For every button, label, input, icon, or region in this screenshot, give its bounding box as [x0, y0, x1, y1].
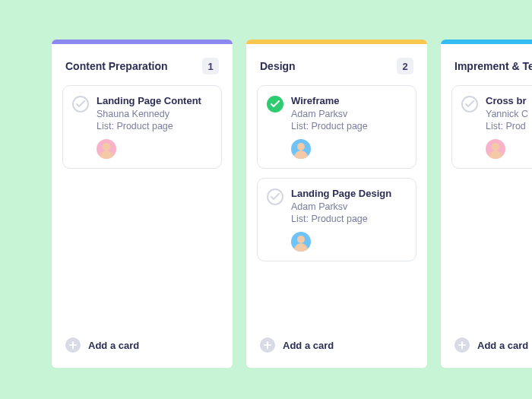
- plus-icon: [260, 337, 275, 353]
- column-header: Content Preparation 1: [52, 44, 233, 85]
- plus-icon: [454, 337, 470, 353]
- column-count-badge: 1: [202, 58, 219, 74]
- column-header: Imprement & Te: [441, 44, 532, 85]
- card-title: Wireframe: [291, 95, 407, 106]
- column-header: Design 2: [246, 44, 427, 85]
- card-list: Cross br Yannick C List: Prod: [441, 85, 532, 169]
- card-list: Landing Page Content Shauna Kennedy List…: [52, 85, 233, 169]
- add-card-label: Add a card: [477, 340, 528, 351]
- column-design: Design 2 Wireframe Adam Parksv List: Pro…: [246, 40, 427, 368]
- column-count-badge: 2: [397, 58, 413, 74]
- add-card-button[interactable]: Add a card: [441, 325, 532, 368]
- check-circle-icon[interactable]: [461, 96, 478, 112]
- column-title: Content Preparation: [65, 60, 168, 72]
- card-title: Cross br: [486, 95, 532, 106]
- card-body: Landing Page Design Adam Parksv List: Pr…: [291, 188, 407, 252]
- card-body: Wireframe Adam Parksv List: Product page: [291, 95, 407, 159]
- check-circle-icon[interactable]: [72, 96, 89, 112]
- card-body: Landing Page Content Shauna Kennedy List…: [97, 95, 212, 159]
- add-card-button[interactable]: Add a card: [52, 325, 233, 368]
- check-circle-icon[interactable]: [267, 96, 283, 112]
- card-owner: Yannick C: [486, 109, 532, 119]
- add-card-button[interactable]: Add a card: [246, 325, 427, 368]
- column-implement-test: Imprement & Te Cross br Yannick C List: …: [441, 40, 532, 368]
- card-owner: Adam Parksv: [291, 109, 407, 119]
- card-list: Wireframe Adam Parksv List: Product page…: [246, 85, 427, 261]
- column-content-preparation: Content Preparation 1 Landing Page Conte…: [52, 40, 233, 368]
- card[interactable]: Landing Page Content Shauna Kennedy List…: [62, 85, 222, 169]
- card-list-label: List: Product page: [291, 121, 407, 131]
- avatar[interactable]: [486, 139, 505, 159]
- card-title: Landing Page Content: [97, 95, 212, 106]
- avatar[interactable]: [97, 139, 116, 159]
- card[interactable]: Landing Page Design Adam Parksv List: Pr…: [257, 178, 416, 261]
- check-circle-icon[interactable]: [267, 188, 283, 205]
- avatar[interactable]: [291, 232, 311, 252]
- card-body: Cross br Yannick C List: Prod: [486, 95, 532, 159]
- card-list-label: List: Product page: [291, 214, 407, 224]
- card-title: Landing Page Design: [291, 188, 407, 199]
- add-card-label: Add a card: [88, 340, 139, 351]
- card-list-label: List: Prod: [486, 121, 532, 131]
- card[interactable]: Cross br Yannick C List: Prod: [451, 85, 532, 169]
- avatar[interactable]: [291, 139, 311, 159]
- kanban-board: Content Preparation 1 Landing Page Conte…: [0, 0, 532, 368]
- card-owner: Shauna Kennedy: [97, 109, 212, 119]
- card-owner: Adam Parksv: [291, 201, 407, 212]
- card[interactable]: Wireframe Adam Parksv List: Product page: [257, 85, 416, 169]
- add-card-label: Add a card: [283, 340, 334, 351]
- card-list-label: List: Product page: [97, 121, 212, 131]
- plus-icon: [65, 337, 81, 353]
- column-title: Design: [260, 60, 296, 72]
- column-title: Imprement & Te: [454, 60, 532, 72]
